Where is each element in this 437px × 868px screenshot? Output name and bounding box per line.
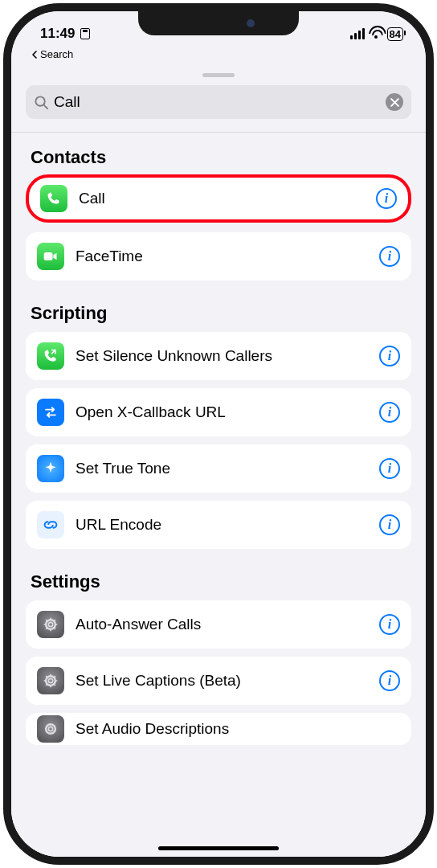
action-row-livecaptions[interactable]: Set Live Captions (Beta) i xyxy=(26,657,411,705)
action-label: Call xyxy=(79,190,365,207)
search-input[interactable]: Call xyxy=(26,85,411,119)
action-row-truetone[interactable]: Set True Tone i xyxy=(26,444,411,493)
svg-point-14 xyxy=(48,678,52,682)
action-label: Set True Tone xyxy=(76,460,368,477)
notch xyxy=(138,11,299,35)
action-label: Set Audio Descriptions xyxy=(76,720,400,738)
info-button[interactable]: i xyxy=(379,346,400,366)
svg-line-1 xyxy=(44,104,47,108)
svg-line-11 xyxy=(54,620,55,621)
action-row-facetime[interactable]: FaceTime i xyxy=(26,232,411,280)
action-row-urlencode[interactable]: URL Encode i xyxy=(26,501,411,549)
info-button[interactable]: i xyxy=(379,458,400,479)
info-button[interactable]: i xyxy=(379,402,400,423)
action-label: Set Silence Unknown Callers xyxy=(76,347,368,365)
svg-point-13 xyxy=(46,676,55,686)
svg-point-0 xyxy=(35,96,44,105)
link-icon xyxy=(37,511,64,538)
status-time: 11:49 xyxy=(40,26,75,42)
svg-line-20 xyxy=(54,684,55,686)
phone-incoming-icon xyxy=(37,342,64,370)
gear-icon xyxy=(37,715,64,743)
svg-line-9 xyxy=(46,620,47,621)
search-icon xyxy=(34,95,49,110)
swap-icon xyxy=(37,399,64,426)
svg-line-10 xyxy=(54,628,55,629)
home-indicator[interactable] xyxy=(158,846,279,850)
svg-line-12 xyxy=(46,628,47,629)
info-button[interactable]: i xyxy=(379,514,400,535)
info-button[interactable]: i xyxy=(379,670,400,691)
action-row-autoanswer[interactable]: Auto-Answer Calls i xyxy=(26,600,411,649)
back-to-search-button[interactable]: Search xyxy=(11,45,426,68)
svg-point-24 xyxy=(48,727,52,731)
battery-indicator: 84 xyxy=(387,27,403,41)
gear-icon xyxy=(37,611,64,638)
wifi-icon xyxy=(369,28,383,39)
info-button[interactable]: i xyxy=(379,246,400,267)
section-header-contacts: Contacts xyxy=(26,133,411,176)
svg-line-19 xyxy=(46,676,47,678)
chevron-left-icon xyxy=(31,51,39,59)
action-label: Set Live Captions (Beta) xyxy=(76,672,368,690)
info-button[interactable]: i xyxy=(379,614,400,635)
section-header-settings: Settings xyxy=(26,557,411,600)
action-row-call[interactable]: Call i xyxy=(26,174,411,223)
search-value: Call xyxy=(54,93,381,111)
info-button[interactable]: i xyxy=(376,188,397,209)
svg-line-22 xyxy=(46,684,47,686)
clear-search-button[interactable] xyxy=(386,93,403,111)
svg-rect-2 xyxy=(44,252,53,260)
facetime-icon xyxy=(37,243,64,270)
orientation-lock-icon xyxy=(80,28,90,39)
section-header-scripting: Scripting xyxy=(26,289,411,332)
sparkle-icon xyxy=(37,455,64,482)
svg-point-4 xyxy=(48,622,52,626)
gear-icon xyxy=(37,667,64,694)
sheet-grabber[interactable] xyxy=(202,73,235,77)
action-label: Auto-Answer Calls xyxy=(76,616,368,633)
action-label: URL Encode xyxy=(76,516,368,534)
close-icon xyxy=(390,98,399,107)
cellular-signal-icon xyxy=(350,28,365,39)
action-label: FaceTime xyxy=(76,248,368,265)
phone-frame: 11:49 84 Search Call xyxy=(3,3,434,865)
phone-icon xyxy=(40,185,67,212)
action-row-silence-callers[interactable]: Set Silence Unknown Callers i xyxy=(26,332,411,380)
back-label: Search xyxy=(40,48,73,60)
svg-point-23 xyxy=(46,724,55,734)
action-row-xcallback[interactable]: Open X-Callback URL i xyxy=(26,388,411,436)
action-label: Open X-Callback URL xyxy=(76,403,368,421)
action-row-audiodesc[interactable]: Set Audio Descriptions xyxy=(26,713,411,745)
svg-line-21 xyxy=(54,676,55,678)
svg-point-3 xyxy=(46,620,55,629)
